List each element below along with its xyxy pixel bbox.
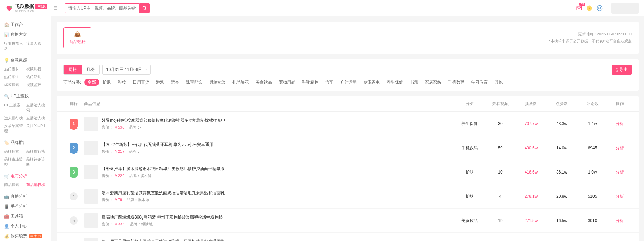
category-item[interactable]: 日用百货 [129,79,153,86]
category-item[interactable]: 珠宝配饰 [183,79,206,86]
sidebar-sub-item[interactable]: 品牌市场监控 [4,155,26,168]
category-item[interactable]: 汽车 [322,79,337,86]
category-item[interactable]: 其他 [491,79,506,86]
analyze-link[interactable]: 分析 [616,194,624,199]
sidebar-collapse-icon[interactable]: « [49,119,52,122]
sidebar-sub-item[interactable]: 热门素材 [4,65,26,73]
sidebar-sub-item[interactable]: 热门频道 [4,73,26,81]
category-item[interactable]: 鞋靴箱包 [299,79,322,86]
product-title[interactable]: 螺满地广西螺蛳粉300g整箱装 柳州正宗包邮袋装螺狮粉螺丝粉包邮 [102,214,223,220]
rank-badge: 2 [70,143,78,153]
export-button[interactable]: ⎘ 导出 [612,65,632,75]
period-tab[interactable]: 周榜 [64,65,82,74]
category-item[interactable]: 玩具 [168,79,183,86]
sidebar-section[interactable]: 📺直播分析 [0,191,51,201]
category-row: 商品分类: 全部护肤彩妆日用百货游戏玩具珠宝配饰男装女装礼品鲜花美食饮品宠物用品… [63,79,632,85]
sidebar-sub-item[interactable]: 品牌评论诊断 [26,155,48,168]
cell-comments: 3010 [577,218,608,223]
sidebar-label: 个人中心 [11,223,27,229]
avatar[interactable] [611,3,639,14]
sidebar-section[interactable]: 👤个人中心 [0,221,51,230]
product-title[interactable]: 溪木源药用层孔菌洁颜露氨基酸洗面奶控油清洁毛孔女男温和洁面乳 [102,190,225,196]
sidebar-icon: 📱 [4,204,9,209]
sidebar-sub-item[interactable]: 品牌排行榜 [26,148,48,155]
sidebar-sub-item[interactable]: 品牌搜索 [4,148,26,155]
cell-likes: 14.0w [546,146,577,150]
category-item[interactable]: 户外运动 [337,79,360,86]
analyze-link[interactable]: 分析 [616,170,624,175]
sidebar-sub-item[interactable]: 直播达人搜索 [26,101,48,114]
product-thumb[interactable] [84,141,98,155]
sidebar-section[interactable]: 📊数据大盘 [0,29,51,39]
sidebar-section[interactable]: 📱手游分析 [0,201,51,211]
sidebar-icon: 🏠 [4,22,9,27]
sidebar-sub-item[interactable]: 标签搜索 [4,81,26,89]
category-item[interactable]: 护肤 [99,79,114,86]
table-row: 1 妙界moje颈椎按摩器背部腰部按摩仪肩颈神器多功能靠垫枕揉捏充电 售价：￥5… [57,112,639,136]
category-item[interactable]: 厨卫家电 [360,79,383,86]
logo-icon [5,4,13,12]
analyze-link[interactable]: 分析 [616,218,624,223]
category-item[interactable]: 全部 [84,79,99,86]
product-title[interactable]: 【2022年新款】三代四代无线蓝牙耳机 华为vivo小米安卓通用 [102,142,213,148]
category-item[interactable]: 游戏 [153,79,168,86]
sidebar-section[interactable]: 💰购买续费年付6折 [0,230,51,240]
category-item[interactable]: 家居家纺 [421,79,445,86]
product-thumb[interactable] [84,165,98,179]
category-item[interactable]: 宠物用品 [275,79,299,86]
category-item[interactable]: 手机数码 [445,79,468,86]
analyze-link[interactable]: 分析 [616,121,624,126]
sidebar-label: 工作台 [11,22,23,28]
sidebar-section[interactable]: 🏠工作台 [0,19,51,29]
search-input[interactable] [65,3,140,13]
category-item[interactable]: 礼品鲜花 [229,79,252,86]
cell-likes: 43.3w [546,121,577,126]
menu-toggle-icon[interactable]: ☰ [50,6,62,11]
sidebar-section[interactable]: 🔍UP主查找 [0,91,51,101]
sidebar-sub-item[interactable]: 关注的UP主 [26,122,48,135]
period-tab[interactable]: 月榜 [82,65,99,74]
date-select[interactable]: 10月31日-11月06日 [102,65,151,75]
sidebar-sub-item[interactable]: 投放结案管理 [4,122,26,135]
product-brand: - [140,125,142,129]
sidebar-sub-item[interactable]: 热门活动 [26,73,48,81]
category-item[interactable]: 书籍 [406,79,421,86]
support-icon[interactable] [596,5,603,12]
cell-category: 养生保健 [454,121,485,127]
category-item[interactable]: 男装女装 [206,79,229,86]
category-item[interactable]: 学习教育 [468,79,491,86]
category-item[interactable]: 养生保健 [383,79,406,86]
sidebar-sub-item[interactable]: 直播达人榜 [26,114,48,122]
sidebar-label: 创意灵感 [11,57,27,63]
product-title[interactable]: 妙界moje颈椎按摩器背部腰部按摩仪肩颈神器多功能靠垫枕揉捏充电 [102,118,225,123]
sidebar-sub-item[interactable]: 达人排行榜 [4,114,26,122]
product-title[interactable]: 【朴树推荐】溪木源愈创木祛痘精华油皮敏感肌修护控油面部精华液 [102,166,225,172]
sidebar-sub-item[interactable]: 商品排行榜 [26,181,48,189]
sidebar-sub-item[interactable]: 视频热榜 [26,65,48,73]
product-title[interactable]: 迪士尼正品男女新款入耳式真无线运动降噪蓝牙耳机苹果安卓通用型 [102,239,225,241]
sidebar-sub-item[interactable]: 流量大盘 [26,40,48,52]
product-thumb[interactable] [84,117,98,131]
logo[interactable]: 飞瓜数据 B站版 BZ.FEIGUA.CN [5,3,50,13]
sidebar-sub-item[interactable]: 商品搜索 [4,181,26,189]
cell-plays: 271.5w [516,218,546,223]
notification-icon[interactable]: 55 [576,5,583,12]
category-item[interactable]: 彩妆 [114,79,129,86]
product-thumb[interactable] [84,238,98,241]
product-thumb[interactable] [84,213,98,228]
sidebar-sub-item[interactable]: 行业投放大盘 [4,40,26,52]
cell-category: 手机数码 [454,145,485,151]
sidebar-section[interactable]: 🧰工具箱 [0,211,51,221]
sidebar-sub-item[interactable]: 视频监控 [26,81,48,89]
analyze-link[interactable]: 分析 [616,146,624,150]
sidebar-section[interactable]: 🛒电商分析 [0,170,51,180]
cell-videos: 19 [485,218,516,223]
sidebar-sub-item[interactable]: UP主搜索 [4,101,26,114]
coin-icon[interactable]: ¥ [586,5,593,12]
hot-badge[interactable]: 👜 商品热榜 [63,27,91,48]
product-thumb[interactable] [84,189,98,204]
sidebar-section[interactable]: 💡创意灵感 [0,55,51,64]
search-button[interactable] [140,3,150,13]
sidebar-section[interactable]: 🏷️品牌推广 [0,137,51,147]
category-item[interactable]: 美食饮品 [252,79,275,86]
